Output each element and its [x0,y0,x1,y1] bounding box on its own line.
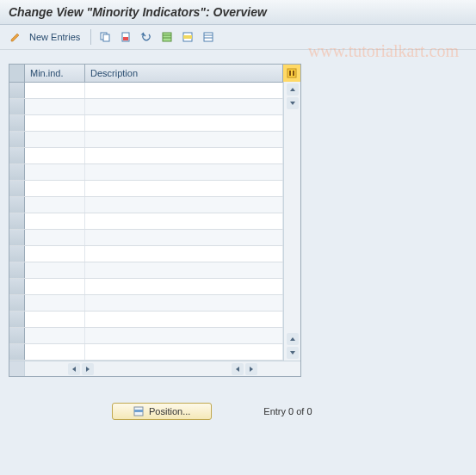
select-block-icon[interactable] [179,28,196,46]
table-row [9,230,300,246]
table-row [9,181,300,197]
cell-min-ind[interactable] [25,132,85,147]
cell-min-ind[interactable] [25,312,85,327]
cell-min-ind[interactable] [25,164,85,180]
cell-min-ind[interactable] [25,230,85,245]
copy-icon[interactable] [96,28,114,46]
cell-min-ind[interactable] [25,213,85,229]
row-selector[interactable] [9,99,25,114]
new-entries-button[interactable]: New Entries [29,32,80,42]
row-selector[interactable] [9,279,25,294]
cell-description[interactable] [85,312,283,327]
cell-min-ind[interactable] [25,295,85,311]
cell-min-ind[interactable] [25,115,85,131]
column-header-min-ind[interactable]: Min.ind. [25,65,85,82]
cell-min-ind[interactable] [25,246,85,262]
table-config-icon[interactable] [283,65,300,82]
cell-description[interactable] [85,148,283,163]
header: Change View "Minority Indicators": Overv… [0,0,476,25]
cell-description[interactable] [85,344,283,360]
cell-description[interactable] [85,230,283,245]
select-all-icon[interactable] [158,28,176,46]
undo-icon[interactable] [138,28,155,46]
row-selector[interactable] [9,328,25,343]
entry-count-text: Entry 0 of 0 [263,406,312,416]
scroll-down-bottom-icon[interactable] [287,347,299,359]
row-selector[interactable] [9,262,25,278]
delete-icon[interactable] [117,28,134,46]
cell-min-ind[interactable] [25,279,85,294]
scroll-up-bottom-icon[interactable] [287,333,299,345]
cell-min-ind[interactable] [25,148,85,163]
table-row [9,197,300,213]
cell-description[interactable] [85,262,283,278]
row-selector[interactable] [9,148,25,163]
table-body [9,83,300,361]
cell-description[interactable] [85,213,283,229]
svg-rect-12 [287,69,296,77]
hscroll-track[interactable] [25,363,300,375]
cell-description[interactable] [85,83,283,98]
table-row [9,83,300,99]
position-button[interactable]: Position... [112,403,212,420]
scroll-left-icon[interactable] [68,363,80,375]
page-title: Change View "Minority Indicators": Overv… [9,5,267,19]
table-row [9,115,300,132]
cell-description[interactable] [85,328,283,343]
deselect-all-icon[interactable] [200,28,217,46]
svg-rect-16 [134,410,143,412]
table-row [9,295,300,312]
table-header: Min.ind. Description [9,65,300,83]
row-selector[interactable] [9,213,25,229]
row-selector[interactable] [9,115,25,131]
vertical-scrollbar[interactable] [283,82,300,361]
row-selector[interactable] [9,164,25,180]
cell-min-ind[interactable] [25,262,85,278]
column-header-description[interactable]: Description [85,65,283,82]
cell-min-ind[interactable] [25,181,85,196]
footer: Position... Entry 0 of 0 [9,403,467,420]
row-selector[interactable] [9,230,25,245]
cell-description[interactable] [85,115,283,131]
cell-description[interactable] [85,99,283,114]
row-selector[interactable] [9,246,25,262]
cell-description[interactable] [85,197,283,213]
table-row [9,328,300,344]
table-row [9,148,300,164]
cell-description[interactable] [85,164,283,180]
row-selector[interactable] [9,295,25,311]
toolbar: New Entries [0,25,476,50]
scroll-up-icon[interactable] [287,83,299,96]
svg-rect-4 [163,33,171,41]
edit-icon[interactable] [7,28,24,46]
row-selector[interactable] [9,344,25,360]
row-selector[interactable] [9,83,25,98]
table-container: Min.ind. Description [9,64,301,377]
cell-min-ind[interactable] [25,83,85,98]
table-row [9,164,300,181]
cell-description[interactable] [85,295,283,311]
svg-rect-3 [123,37,128,40]
cell-description[interactable] [85,132,283,147]
table-row [9,99,300,115]
scroll-left-end-icon[interactable] [232,363,244,375]
cell-description[interactable] [85,279,283,294]
cell-min-ind[interactable] [25,99,85,114]
row-selector[interactable] [9,132,25,147]
scroll-down-icon[interactable] [287,97,299,109]
row-selector[interactable] [9,181,25,196]
row-selector[interactable] [9,312,25,327]
cell-min-ind[interactable] [25,328,85,343]
horizontal-scrollbar[interactable] [9,361,300,376]
content-area: Min.ind. Description [0,50,476,434]
position-label: Position... [149,406,190,416]
header-selector-cell[interactable] [9,65,25,82]
cell-min-ind[interactable] [25,344,85,360]
row-selector[interactable] [9,197,25,213]
cell-description[interactable] [85,181,283,196]
table-row [9,246,300,262]
cell-description[interactable] [85,246,283,262]
scroll-right-end-icon[interactable] [245,363,257,375]
cell-min-ind[interactable] [25,197,85,213]
scroll-right-icon[interactable] [82,363,94,375]
